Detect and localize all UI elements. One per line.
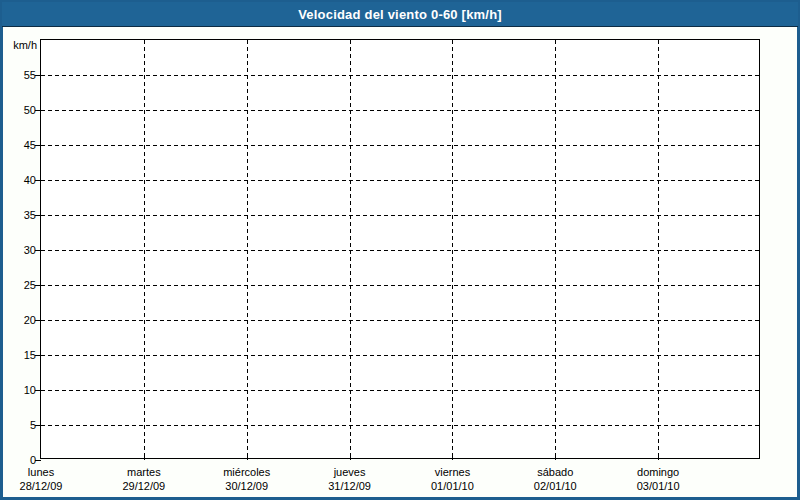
y-tick-label: 40 bbox=[3, 172, 36, 188]
gridlines bbox=[41, 40, 761, 460]
x-day-label: domingo03/01/10 bbox=[598, 465, 718, 493]
y-tick-label: 15 bbox=[3, 347, 36, 363]
day-date: 03/01/10 bbox=[598, 479, 718, 493]
y-tick-label: 25 bbox=[3, 277, 36, 293]
y-tick-label: 5 bbox=[3, 417, 36, 433]
chart-window: Velocidad del viento 0-60 [km/h] km/h 05… bbox=[0, 0, 800, 500]
y-tick-label: 45 bbox=[3, 137, 36, 153]
chart-area: km/h 0510152025303540455055 lunes28/12/0… bbox=[3, 27, 797, 496]
y-tick-label: 30 bbox=[3, 242, 36, 258]
y-tick-label: 10 bbox=[3, 382, 36, 398]
y-axis-unit-label: km/h bbox=[3, 39, 37, 51]
plot-area bbox=[40, 39, 760, 459]
day-name: domingo bbox=[598, 465, 718, 479]
y-tick-label: 20 bbox=[3, 312, 36, 328]
y-tick-label: 50 bbox=[3, 102, 36, 118]
title-bar: Velocidad del viento 0-60 [km/h] bbox=[2, 2, 798, 27]
y-tick-label: 35 bbox=[3, 207, 36, 223]
chart-title: Velocidad del viento 0-60 [km/h] bbox=[298, 7, 502, 22]
y-tick-label: 55 bbox=[3, 67, 36, 83]
